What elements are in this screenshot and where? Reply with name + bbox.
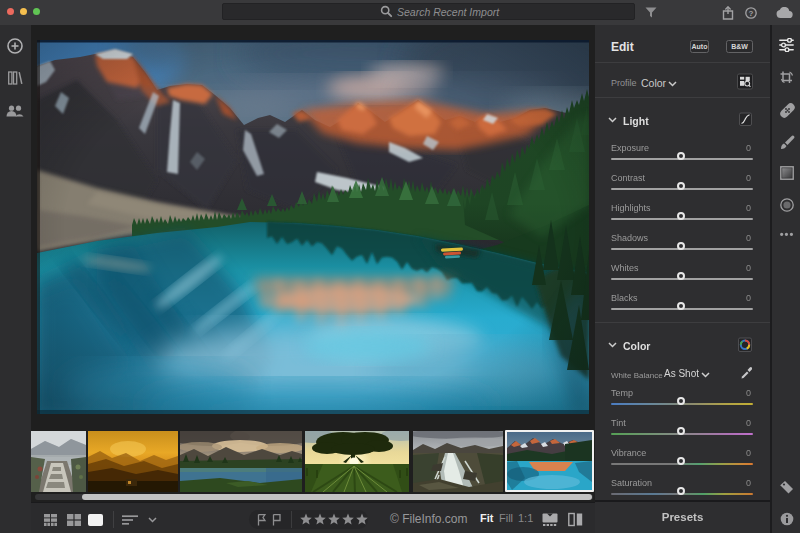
svg-text:?: ? [749,8,754,17]
